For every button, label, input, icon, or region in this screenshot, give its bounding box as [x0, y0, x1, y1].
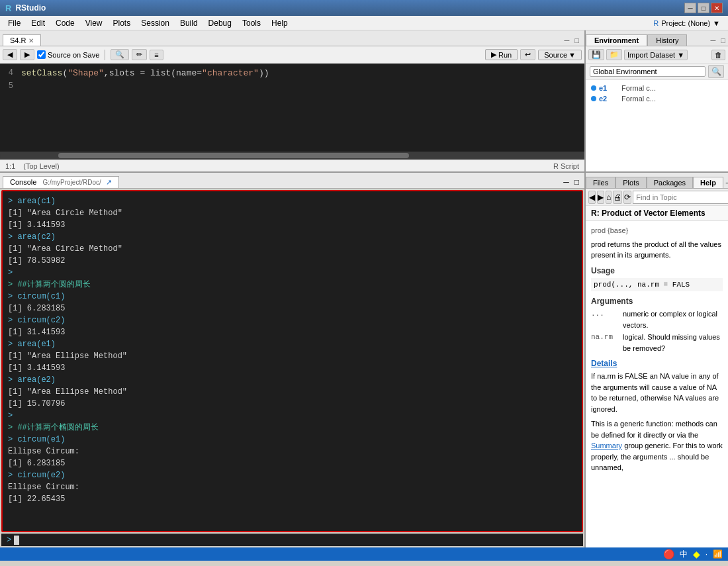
console-line: > area(c2)	[8, 231, 576, 243]
menu-debug[interactable]: Debug	[203, 17, 237, 29]
close-button[interactable]: ✕	[711, 3, 723, 13]
run-button[interactable]: ▶ Run	[485, 49, 518, 60]
menu-file[interactable]: File	[3, 17, 26, 29]
console-line: [1] 31.41593	[8, 326, 576, 338]
env-maximize-button[interactable]: □	[718, 35, 728, 46]
console-line: [1] 15.70796	[8, 398, 576, 410]
editor-tab-s4r[interactable]: S4.R ✕	[3, 34, 41, 46]
window-title: RStudio	[15, 3, 46, 13]
console-line: [1] 6.283185	[8, 303, 576, 314]
history-tab[interactable]: History	[647, 34, 687, 46]
menu-view[interactable]: View	[80, 17, 108, 29]
help-minimize-button[interactable]: ─	[723, 177, 728, 188]
console-content[interactable]: > area(c1) [1] "Area Circle Method" [1] …	[1, 190, 583, 532]
console-line: Ellipse Circum:	[8, 481, 576, 493]
forward-button[interactable]: ▶	[20, 49, 34, 60]
env-toolbar: 💾 📁 Import Dataset ▼ 🗑	[586, 46, 728, 64]
console-minimize-button[interactable]: ─	[561, 176, 572, 188]
menu-build[interactable]: Build	[175, 17, 203, 29]
console-line: > area(c1)	[8, 195, 576, 207]
details-text-2: This is a generic function: methods can …	[591, 418, 723, 473]
global-env-dropdown[interactable]: Global Environment	[590, 66, 705, 77]
console-line: [1] "Area Circle Method"	[8, 243, 576, 255]
back-button[interactable]: ◀	[3, 49, 17, 60]
help-refresh-button[interactable]: ⟳	[623, 191, 631, 204]
console-cursor	[14, 536, 19, 545]
console-input-line[interactable]: >	[1, 534, 583, 546]
env-clear-button[interactable]: 🗑	[711, 50, 725, 60]
help-subtitle: prod {base}	[591, 225, 723, 236]
source-on-save-label: Source on Save	[48, 51, 99, 59]
console-tab[interactable]: Console G:/myProject/RDoc/ ↗	[3, 176, 119, 188]
status-dot2: ·	[705, 549, 707, 559]
maximize-button[interactable]: □	[698, 3, 709, 13]
env-save-button[interactable]: 💾	[588, 49, 604, 60]
menu-edit[interactable]: Edit	[26, 17, 50, 29]
env-item-e1: e1 Formal c...	[591, 83, 723, 93]
project-dropdown-icon[interactable]: ▼	[713, 19, 720, 27]
editor-line-4: 4 setClass("Shape",slots = list(name="ch…	[0, 66, 584, 79]
help-tab[interactable]: Help	[693, 177, 723, 188]
editor-content[interactable]: 4 setClass("Shape",slots = list(name="ch…	[0, 64, 584, 152]
console-line: > circum(e1)	[8, 434, 576, 446]
console-tab-bar: Console G:/myProject/RDoc/ ↗ ─ □	[0, 173, 584, 189]
editor-minimize-button[interactable]: ─	[562, 35, 572, 46]
import-dataset-button[interactable]: Import Dataset ▼	[624, 50, 688, 60]
console-line: > circum(c1)	[8, 291, 576, 303]
console-maximize-button[interactable]: □	[572, 176, 582, 188]
files-tab[interactable]: Files	[586, 177, 615, 188]
env-load-button[interactable]: 📁	[606, 49, 622, 60]
menu-tools[interactable]: Tools	[237, 17, 266, 29]
editor-hscrollbar[interactable]	[0, 152, 584, 160]
project-label: Project: (None)	[661, 19, 710, 27]
help-print-button[interactable]: 🖨	[613, 191, 622, 204]
plots-tab[interactable]: Plots	[615, 177, 646, 188]
console-line: >	[8, 267, 576, 279]
status-icon-s: 🔴	[663, 549, 674, 559]
source-on-save-checkbox[interactable]	[37, 50, 46, 59]
cursor-position: 1:1	[5, 162, 15, 170]
env-search-button[interactable]: 🔍	[708, 65, 724, 78]
app-icon: R	[5, 3, 11, 13]
compile-button[interactable]: ≡	[150, 50, 163, 60]
console-line: [1] 3.141593	[8, 219, 576, 231]
help-title: R: Product of Vector Elements	[586, 206, 728, 221]
console-line: > circum(e2)	[8, 469, 576, 481]
console-line: [1] 6.283185	[8, 457, 576, 469]
source-button[interactable]: Source ▼	[538, 50, 582, 60]
help-search-input[interactable]	[633, 191, 728, 204]
project-icon: R	[653, 19, 659, 27]
arguments-title: Arguments	[591, 295, 723, 307]
rerun-button[interactable]: ↩	[520, 49, 535, 60]
console-line: > area(e2)	[8, 374, 576, 386]
console-line: [1] "Area Circle Method"	[8, 207, 576, 219]
editor-status-bar: 1:1 (Top Level) R Script	[0, 160, 584, 171]
console-line: [1] "Area Ellipse Method"	[8, 386, 576, 398]
help-forward-button[interactable]: ▶	[597, 191, 604, 204]
help-back-button[interactable]: ◀	[588, 191, 596, 204]
title-bar: R RStudio ─ □ ✕	[0, 0, 728, 16]
help-description: prod returns the product of all the valu…	[591, 239, 723, 261]
env-dot-e2	[591, 96, 596, 101]
tab-close-button[interactable]: ✕	[28, 37, 34, 44]
usage-code: prod(..., na.rm = FALS	[591, 278, 723, 292]
details-title: Details	[591, 357, 723, 369]
minimize-button[interactable]: ─	[684, 3, 696, 13]
tools-button[interactable]: ✏	[132, 49, 147, 60]
console-navigate-icon[interactable]: ↗	[106, 178, 112, 186]
details-text-1: If na.rm is FALSE an NA value in any of …	[591, 371, 723, 414]
menu-session[interactable]: Session	[136, 17, 175, 29]
env-minimize-button[interactable]: ─	[708, 35, 719, 46]
editor-maximize-button[interactable]: □	[572, 35, 582, 46]
menu-code[interactable]: Code	[50, 17, 80, 29]
packages-tab[interactable]: Packages	[647, 177, 693, 188]
menu-plots[interactable]: Plots	[108, 17, 136, 29]
env-dot-e1	[591, 85, 596, 91]
search-button[interactable]: 🔍	[111, 49, 129, 60]
console-line: >	[8, 410, 576, 422]
environment-tab[interactable]: Environment	[586, 34, 647, 46]
console-line: [1] 3.141593	[8, 362, 576, 374]
help-home-button[interactable]: ⌂	[606, 191, 612, 204]
menu-help[interactable]: Help	[266, 17, 293, 29]
summary-link[interactable]: Summary	[591, 442, 622, 449]
